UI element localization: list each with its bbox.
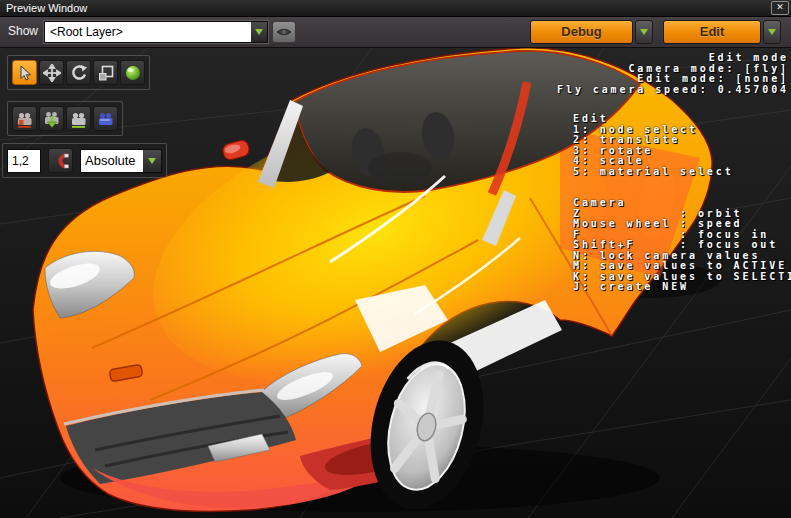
translate-tool-button[interactable] [39, 60, 64, 85]
close-button[interactable]: ✕ [771, 1, 789, 15]
select-tool-button[interactable] [12, 60, 37, 85]
magnet-icon [52, 152, 70, 170]
rotate-icon [70, 64, 88, 82]
camera-blue-button[interactable] [93, 106, 118, 131]
overlay-line: Mouse wheel : speed [573, 219, 791, 230]
camera-red-icon [16, 110, 34, 128]
viewport-3d[interactable]: Absolute Edit mode Camera mode: [fly] Ed… [0, 48, 791, 518]
overlay-line [573, 177, 791, 188]
layer-dropdown-value: <Root Layer> [45, 22, 251, 42]
preview-window: Preview Window ✕ Show <Root Layer> Debug… [0, 0, 791, 518]
eye-icon [275, 23, 293, 41]
camera-save-button[interactable] [39, 106, 64, 131]
overlay-line: M: save values to ACTIVE [573, 261, 791, 272]
chevron-down-icon [640, 29, 648, 35]
camera-active-button[interactable] [66, 106, 91, 131]
magnet-snap-button[interactable] [48, 148, 73, 173]
overlay-line: Camera [573, 198, 791, 209]
overlay-line: J: create NEW [573, 282, 791, 293]
overlay-line: Shift+F : focus out [573, 240, 791, 251]
debug-dropdown-arrow-button[interactable] [635, 20, 653, 44]
overlay-line: 2: translate [573, 135, 791, 146]
overlay-line: Edit mode [557, 53, 789, 64]
rotate-tool-button[interactable] [66, 60, 91, 85]
overlay-line: 5: material select [573, 167, 791, 178]
cursor-icon [16, 64, 34, 82]
title-bar[interactable]: Preview Window ✕ [0, 0, 791, 17]
visibility-toggle-button[interactable] [272, 21, 296, 43]
snap-mode-arrow-button[interactable] [143, 150, 161, 172]
snap-mode-value: Absolute [81, 150, 143, 172]
move-icon [43, 64, 61, 82]
window-title: Preview Window [6, 2, 87, 14]
shortcut-help-overlay: Edit 1: node select 2: translate 3: rota… [573, 114, 791, 293]
camera-blue-icon [97, 110, 115, 128]
material-select-tool-button[interactable] [120, 60, 145, 85]
chevron-down-icon [768, 29, 776, 35]
scale-icon [97, 64, 115, 82]
chevron-down-icon [255, 29, 263, 35]
show-label: Show [8, 17, 38, 46]
overlay-line: 4: scale [573, 156, 791, 167]
toolbar: Show <Root Layer> Debug Edit [0, 17, 791, 48]
material-sphere-icon [124, 64, 142, 82]
transform-tool-group [7, 55, 150, 90]
layer-dropdown-arrow-button[interactable] [251, 22, 267, 42]
camera-status-overlay: Edit mode Camera mode: [fly] Edit mode: … [557, 53, 789, 95]
scale-tool-button[interactable] [93, 60, 118, 85]
side-mirror [221, 139, 250, 161]
debug-button[interactable]: Debug [530, 20, 633, 44]
snap-mode-dropdown[interactable]: Absolute [80, 149, 162, 173]
edit-dropdown-arrow-button[interactable] [763, 20, 781, 44]
snap-settings-group: Absolute [2, 143, 167, 178]
camera-lock-button[interactable] [12, 106, 37, 131]
snap-value-input[interactable] [7, 149, 41, 173]
layer-dropdown[interactable]: <Root Layer> [44, 21, 268, 43]
camera-tool-group [7, 101, 123, 136]
camera-green-arrow-icon [43, 110, 61, 128]
edit-button[interactable]: Edit [663, 20, 761, 44]
chevron-down-icon [148, 158, 156, 164]
camera-green-underline-icon [70, 110, 88, 128]
overlay-line: Fly camera speed: 0.457004 [557, 85, 789, 96]
overlay-line: Edit mode: [none] [557, 74, 789, 85]
overlay-line: Edit [573, 114, 791, 125]
